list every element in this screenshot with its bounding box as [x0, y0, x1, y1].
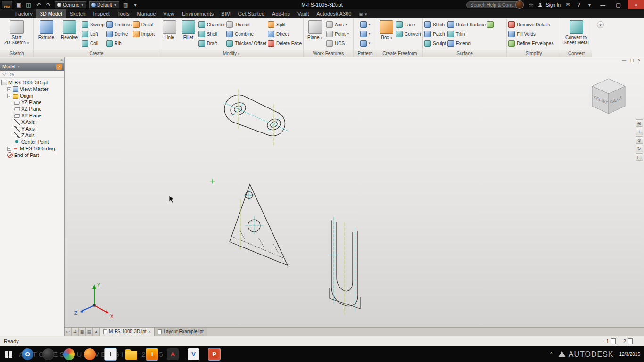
close-tab-icon[interactable]: ×: [148, 329, 150, 334]
return-icon[interactable]: ↩: [65, 328, 72, 336]
emboss-button[interactable]: Emboss: [106, 21, 132, 28]
tab-vault[interactable]: Vault: [294, 9, 313, 18]
file-explorer-icon[interactable]: [125, 351, 137, 360]
plane-button[interactable]: Plane ▾: [305, 19, 325, 50]
minimize-button[interactable]: —: [597, 0, 609, 9]
tree-item-part-root[interactable]: M-FS-1005-3D.ipt: [0, 79, 64, 86]
define-envelopes-button[interactable]: Define Envelopes: [508, 40, 553, 47]
group-label-sketch[interactable]: Sketch: [0, 50, 33, 57]
browser-close-icon[interactable]: ×: [60, 58, 63, 62]
inventor-taskbar-icon[interactable]: I: [105, 348, 116, 360]
notifications-icon[interactable]: ✉: [564, 0, 571, 9]
tab-factory[interactable]: Factory: [11, 9, 36, 18]
fillet-button[interactable]: Fillet: [180, 19, 197, 50]
doc-tab-layout-example[interactable]: Layout Example.ipt: [155, 328, 207, 336]
thread-button[interactable]: Thread: [226, 21, 266, 28]
browser-icon[interactable]: [42, 348, 54, 360]
shell-button[interactable]: Shell: [198, 30, 225, 38]
redo-icon[interactable]: ↷: [45, 0, 52, 9]
rectangular-pattern-button[interactable]: ▾: [360, 21, 371, 28]
help-search-input[interactable]: [466, 1, 522, 8]
coil-button[interactable]: Coil: [82, 40, 105, 47]
tab-view[interactable]: View: [159, 9, 178, 18]
tile-windows-icon[interactable]: ▦: [79, 328, 86, 336]
freeform-convert-button[interactable]: Convert: [396, 30, 421, 38]
document-restore-icon[interactable]: ▢: [629, 58, 635, 63]
favorites-star-icon[interactable]: ☆: [528, 0, 535, 9]
ruled-surface-button[interactable]: Ruled Surface: [447, 21, 486, 28]
chrome-icon[interactable]: [63, 348, 75, 360]
orbit-icon[interactable]: ↻: [636, 145, 643, 152]
appearance-dropdown[interactable]: Default ▼: [89, 1, 119, 8]
extend-button[interactable]: Extend: [447, 40, 486, 47]
taskbar-clock[interactable]: 12/3/2015: [619, 352, 641, 357]
revolve-button[interactable]: Revolve: [58, 19, 80, 50]
loft-button[interactable]: Loft: [82, 30, 105, 38]
group-label-work-features[interactable]: Work Features: [304, 50, 353, 57]
tab-bim[interactable]: BIM: [217, 9, 234, 18]
extrude-button[interactable]: Extrude: [35, 19, 57, 50]
viewcube[interactable]: FRONT RIGHT: [583, 73, 635, 118]
combine-button[interactable]: Combine: [226, 30, 266, 38]
remove-details-button[interactable]: Remove Details: [508, 21, 553, 28]
rib-button[interactable]: Rib: [106, 40, 132, 47]
group-label-pattern[interactable]: Pattern: [354, 50, 377, 57]
doc-tab-m-fs-1005-3d[interactable]: M-FS-1005-3D.ipt ×: [100, 328, 155, 336]
firefox-icon[interactable]: [84, 348, 96, 360]
sign-in-button[interactable]: Sign In: [546, 2, 561, 8]
chamfer-button[interactable]: Chamfer: [198, 21, 225, 28]
mirror-button[interactable]: ▾: [360, 40, 371, 47]
tab-sketch[interactable]: Sketch: [66, 9, 90, 18]
direct-button[interactable]: Direct: [268, 30, 302, 38]
cascade-windows-icon[interactable]: ▤: [86, 328, 93, 336]
group-label-simplify[interactable]: Simplify: [507, 50, 561, 57]
tab-environments[interactable]: Environments: [178, 9, 217, 18]
tree-item-y-axis[interactable]: Y Axis: [0, 125, 64, 132]
tree-item-center-point[interactable]: Center Point: [0, 139, 64, 145]
scroll-tabs-icon[interactable]: ▲: [93, 328, 100, 336]
group-label-create-freeform[interactable]: Create Freeform: [377, 50, 422, 57]
tree-item-xy-plane[interactable]: XY Plane: [0, 112, 64, 119]
restore-button[interactable]: ▢: [612, 0, 624, 9]
group-label-modify[interactable]: Modify ▾: [159, 50, 303, 57]
group-label-surface[interactable]: Surface: [423, 50, 506, 57]
convert-to-sheet-metal-button[interactable]: Convert toSheet Metal: [562, 19, 590, 50]
tab-add-ins[interactable]: Add-Ins: [268, 9, 294, 18]
delete-face-button[interactable]: Delete Face: [268, 40, 302, 47]
sweep-button[interactable]: Sweep: [82, 21, 105, 28]
tree-item-origin[interactable]: -Origin: [0, 92, 64, 99]
material-dropdown[interactable]: Generic ▼: [55, 1, 86, 8]
help-icon[interactable]: ?: [575, 0, 582, 9]
group-label-convert[interactable]: Convert: [561, 50, 592, 57]
ribbon-extra-dropdown[interactable]: ▾: [592, 18, 609, 57]
ribbon-display-icon[interactable]: ▣: [359, 12, 363, 16]
browser-header[interactable]: Model ▼ ?: [0, 63, 64, 71]
hole-button[interactable]: Hole: [161, 19, 178, 50]
freeform-box-button[interactable]: Box ▾: [379, 19, 395, 50]
tree-item-end-of-part[interactable]: End of Part: [0, 152, 64, 158]
freeform-face-button[interactable]: Face: [396, 21, 421, 28]
viewport[interactable]: — ▢ × FRONT RIGHT ◉ + ⊕ ↻ ▢: [65, 57, 644, 336]
collapse-icon[interactable]: -: [7, 94, 11, 98]
point-button[interactable]: Point▾: [326, 30, 349, 38]
document-close-icon[interactable]: ×: [636, 58, 642, 63]
inventor-pro-taskbar-icon[interactable]: I: [146, 348, 158, 360]
circular-pattern-button[interactable]: ▾: [360, 30, 371, 38]
tree-item-yz-plane[interactable]: YZ Plane: [0, 99, 64, 106]
stitch-button[interactable]: Stitch: [424, 21, 446, 28]
trim-button[interactable]: Trim: [447, 30, 486, 38]
replace-face-button[interactable]: [487, 21, 494, 28]
look-at-icon[interactable]: ▢: [636, 153, 643, 161]
ucs-button[interactable]: UCS: [326, 40, 349, 47]
switch-windows-icon[interactable]: ⇄: [72, 328, 79, 336]
inventor-app-icon[interactable]: PRO: [2, 1, 12, 8]
start-button[interactable]: [0, 346, 17, 362]
thicken-offset-button[interactable]: Thicken/ Offset: [226, 40, 266, 47]
tab-inspect[interactable]: Inspect: [89, 9, 113, 18]
fill-voids-button[interactable]: Fill Voids: [508, 30, 553, 38]
vault-icon[interactable]: V: [188, 348, 199, 360]
new-file-icon[interactable]: ▣: [15, 0, 22, 9]
axis-button[interactable]: Axis▾: [326, 21, 349, 28]
toolbar-overflow-icon[interactable]: ▾: [132, 0, 139, 9]
expand-icon[interactable]: +: [7, 87, 11, 91]
